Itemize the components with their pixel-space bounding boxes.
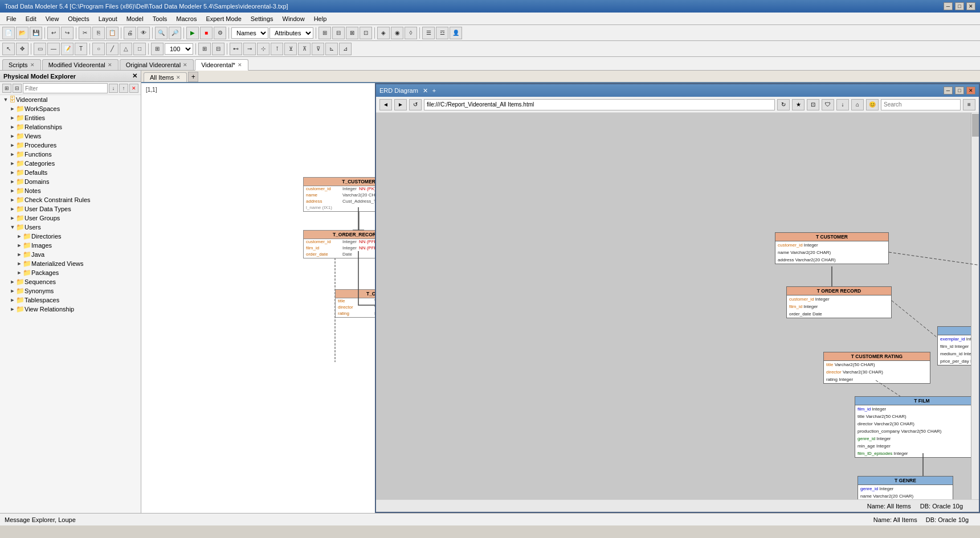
save-btn[interactable]: 💾 (30, 27, 42, 39)
icon-btn8[interactable]: ☰ (422, 27, 435, 39)
icon-btn7[interactable]: ◊ (405, 27, 417, 39)
img-expander[interactable]: ► (16, 242, 23, 249)
maximize-btn[interactable]: □ (955, 2, 964, 10)
tab-videorental[interactable]: Videorental* ✕ (195, 59, 248, 71)
sidebar-item-images[interactable]: ► 📁 Images (0, 241, 141, 250)
tree-root[interactable]: ▼ 🗄 Videorental (0, 95, 141, 104)
browser-window-controls[interactable]: ─ □ ✕ (944, 87, 975, 95)
tab-modified-close[interactable]: ✕ (108, 62, 112, 68)
browser-tab-add-icon[interactable]: + (432, 87, 436, 94)
notes-expander[interactable]: ► (9, 187, 16, 194)
paste-btn[interactable]: 📋 (106, 27, 119, 39)
align-btn[interactable]: ⊞ (151, 43, 164, 55)
browser-minimize[interactable]: ─ (944, 87, 953, 95)
sidebar-item-users[interactable]: ▼ 📁 Users (0, 223, 141, 232)
sidebar-close-btn[interactable]: ✕ (132, 72, 137, 80)
minimize-btn[interactable]: ─ (944, 2, 953, 10)
icon-btn2[interactable]: ⊟ (332, 27, 345, 39)
domains-expander[interactable]: ► (9, 178, 16, 185)
attributes-dropdown[interactable]: Attributes (270, 27, 313, 39)
tab-original[interactable]: Original Videorental ✕ (120, 59, 194, 70)
tab-scripts-close[interactable]: ✕ (30, 62, 35, 68)
zoom-out-btn[interactable]: 🔎 (169, 27, 181, 39)
layout-btn3[interactable]: ⊹ (257, 43, 270, 55)
cut-btn[interactable]: ✂ (79, 27, 91, 39)
layout-btn6[interactable]: ⊼ (298, 43, 311, 55)
menu-tools[interactable]: Tools (149, 14, 172, 24)
sidebar-item-materialized[interactable]: ► 📁 Materialized Views (0, 259, 141, 268)
stop-btn[interactable]: ■ (200, 27, 213, 39)
move-btn[interactable]: ✥ (16, 43, 28, 55)
ts-expander[interactable]: ► (9, 297, 16, 303)
icon-btn4[interactable]: ⊡ (360, 27, 372, 39)
browser-reader-btn[interactable]: ⊡ (807, 99, 819, 110)
browser-url-input[interactable] (424, 99, 775, 110)
browser-erd-rating[interactable]: T CUSTOMER RATING title Varchar2(50 CHAR… (823, 352, 930, 384)
sidebar-item-procedures[interactable]: ► 📁 Procedures (0, 141, 141, 150)
pkg-expander[interactable]: ► (16, 269, 23, 276)
functions-expander[interactable]: ► (9, 151, 16, 158)
sidebar-item-check-constraint[interactable]: ► 📁 Check Constraint Rules (0, 195, 141, 204)
browser-maximize[interactable]: □ (955, 87, 964, 95)
sidebar-close-filter[interactable]: ✕ (129, 84, 138, 93)
tab-scripts[interactable]: Scripts ✕ (2, 59, 41, 70)
draw-rect-btn[interactable]: □ (133, 43, 146, 55)
redo-btn[interactable]: ↪ (61, 27, 74, 39)
icon-btn1[interactable]: ⊞ (318, 27, 331, 39)
browser-star-btn[interactable]: ★ (792, 99, 805, 110)
sidebar-item-java[interactable]: ► 📁 Java (0, 250, 141, 259)
sidebar-search-input[interactable] (23, 83, 108, 93)
draw-text-btn[interactable]: T (75, 43, 87, 55)
menu-settings[interactable]: Settings (247, 14, 277, 24)
sidebar-expand-btn[interactable]: ⊞ (2, 84, 11, 93)
vr-expander[interactable]: ► (9, 306, 16, 313)
entities-expander[interactable]: ► (9, 114, 16, 121)
mat-expander[interactable]: ► (16, 260, 23, 267)
names-dropdown[interactable]: Names (231, 27, 268, 39)
sidebar-item-entities[interactable]: ► 📁 Entities (0, 113, 141, 122)
layout-btn4[interactable]: ⊺ (271, 43, 283, 55)
sidebar-item-packages[interactable]: ► 📁 Packages (0, 268, 141, 277)
sidebar-item-synonyms[interactable]: ► 📁 Synonyms (0, 286, 141, 295)
browser-download-btn[interactable]: ↓ (836, 99, 849, 110)
browser-back-btn[interactable]: ◄ (379, 99, 392, 110)
inner-tab-all-items[interactable]: All Items ✕ (144, 72, 187, 82)
users-expander[interactable]: ▼ (9, 224, 16, 231)
draw-line-btn[interactable]: ╱ (106, 43, 119, 55)
sidebar-item-functions[interactable]: ► 📁 Functions (0, 150, 141, 159)
browser-scrollbar[interactable] (971, 113, 979, 499)
relationships-expander[interactable]: ► (9, 124, 16, 130)
sidebar-item-view-rel[interactable]: ► 📁 View Relationship (0, 305, 141, 314)
sidebar-nav-up[interactable]: ↑ (119, 84, 128, 93)
run-btn[interactable]: ▶ (186, 27, 199, 39)
sidebar-item-workspaces[interactable]: ► 📁 WorkSpaces (0, 104, 141, 113)
browser-search-input[interactable] (881, 99, 961, 110)
views-expander[interactable]: ► (9, 133, 16, 139)
inner-tab-add-btn[interactable]: + (188, 72, 198, 82)
icon-btn5[interactable]: ◈ (377, 27, 390, 39)
sidebar-item-directories[interactable]: ► 📁 Directories (0, 232, 141, 241)
undo-btn[interactable]: ↩ (47, 27, 60, 39)
icon-btn6[interactable]: ◉ (391, 27, 403, 39)
debug-btn[interactable]: ⚙ (214, 27, 226, 39)
browser-erd-customer[interactable]: T CUSTOMER customer_id Integer name Varc… (775, 232, 889, 264)
defaults-expander[interactable]: ► (9, 169, 16, 176)
layout-btn7[interactable]: ⊽ (312, 43, 324, 55)
zoom-in-btn[interactable]: 🔍 (155, 27, 168, 39)
menu-model[interactable]: Model (122, 14, 148, 24)
menu-file[interactable]: File (2, 14, 21, 24)
draw-circle-btn[interactable]: ○ (92, 43, 105, 55)
root-expander[interactable]: ▼ (2, 96, 9, 103)
copy-btn[interactable]: ⎘ (92, 27, 105, 39)
icon-btn9[interactable]: ☲ (436, 27, 448, 39)
grid-btn[interactable]: ⊞ (198, 43, 211, 55)
new-btn[interactable]: 📄 (2, 27, 15, 39)
sidebar-item-categories[interactable]: ► 📁 Categories (0, 159, 141, 168)
browser-forward-btn[interactable]: ► (394, 99, 407, 110)
browser-close[interactable]: ✕ (966, 87, 975, 95)
menu-edit[interactable]: Edit (22, 14, 40, 24)
sidebar-item-sequences[interactable]: ► 📁 Sequences (0, 277, 141, 286)
zoom-dropdown[interactable]: 100 75 50 150 (165, 43, 193, 55)
ug-expander[interactable]: ► (9, 215, 16, 221)
select-btn[interactable]: ↖ (2, 43, 15, 55)
